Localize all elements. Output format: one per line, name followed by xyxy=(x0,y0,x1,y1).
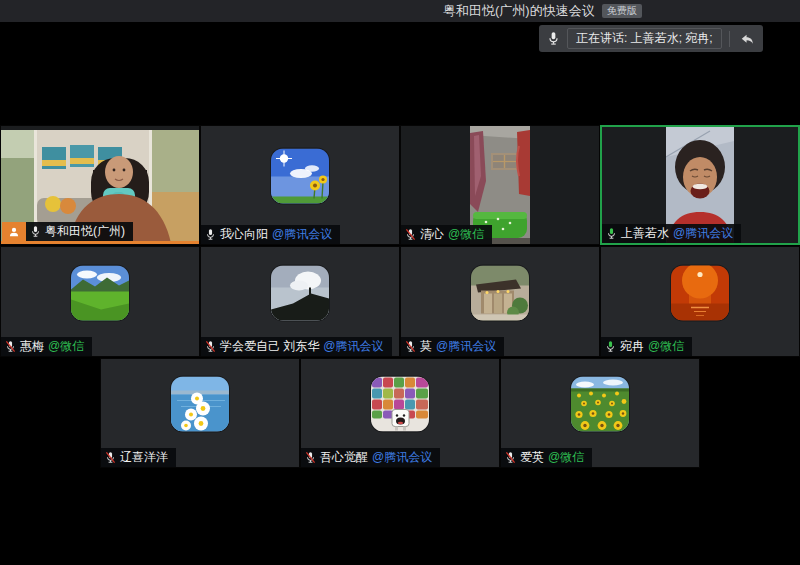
participant-name: 爱英 xyxy=(520,449,544,466)
nameplate: 辽喜洋洋 xyxy=(101,448,176,467)
participant-name: 清心 xyxy=(420,226,444,243)
mic-on-icon xyxy=(205,228,216,241)
microphone-icon xyxy=(547,31,560,46)
mic-active-icon xyxy=(605,340,616,353)
avatar-dusk-hill-cloud xyxy=(271,265,329,320)
speaking-now-text: 正在讲话: 上善若水; 宛冉; xyxy=(567,28,722,49)
mic-muted-icon xyxy=(305,451,316,464)
avatar-daisies-lake xyxy=(171,377,229,432)
collapse-arrow-icon[interactable] xyxy=(737,30,757,48)
nameplate: 我心向阳@腾讯会议 xyxy=(201,225,340,244)
participant-name: 莫 xyxy=(420,338,432,355)
nameplate: 上善若水@腾讯会议 xyxy=(602,224,741,243)
speaking-banner: 正在讲话: 上善若水; 宛冉; xyxy=(539,25,763,52)
avatar-green-meadow xyxy=(71,265,129,320)
participant-name: 宛冉 xyxy=(620,338,644,355)
platform-suffix: @腾讯会议 xyxy=(673,225,733,242)
mic-muted-icon xyxy=(5,340,16,353)
nameplate: 吾心觉醒@腾讯会议 xyxy=(301,448,440,467)
mic-muted-icon xyxy=(205,340,216,353)
meeting-title: 粤和田悦(广州)的快速会议 xyxy=(443,2,595,20)
video-tile-active-speaker[interactable]: 上善若水@腾讯会议 xyxy=(600,125,800,245)
banner-divider xyxy=(729,31,730,47)
video-tile[interactable]: 宛冉@微信 xyxy=(600,246,800,357)
video-tile[interactable]: 我心向阳@腾讯会议 xyxy=(200,125,400,245)
avatar-emoji-collage xyxy=(371,377,429,432)
mic-muted-icon xyxy=(505,451,516,464)
titlebar: 粤和田悦(广州)的快速会议 免费版 xyxy=(0,0,800,22)
avatar-sunflower-field xyxy=(571,377,629,432)
video-tile[interactable]: 吾心觉醒@腾讯会议 xyxy=(300,358,500,468)
mic-muted-icon xyxy=(105,451,116,464)
nameplate: 莫@腾讯会议 xyxy=(401,337,504,356)
video-tile[interactable]: 惠梅@微信 xyxy=(0,246,200,357)
avatar-wooden-house xyxy=(471,265,529,320)
host-badge xyxy=(2,222,26,241)
participant-name: 惠梅 xyxy=(20,338,44,355)
participant-name: 吾心觉醒 xyxy=(320,449,368,466)
nameplate: 爱英@微信 xyxy=(501,448,592,467)
platform-suffix: @腾讯会议 xyxy=(436,338,496,355)
participant-name: 学会爱自己 刘东华 xyxy=(220,338,319,355)
nameplate: 粤和田悦(广州) xyxy=(26,222,133,241)
video-tile[interactable]: 清心@微信 xyxy=(400,125,600,245)
platform-suffix: @微信 xyxy=(548,449,584,466)
platform-suffix: @腾讯会议 xyxy=(272,226,332,243)
participant-name: 辽喜洋洋 xyxy=(120,449,168,466)
mic-active-icon xyxy=(606,227,617,240)
video-tile[interactable]: 莫@腾讯会议 xyxy=(400,246,600,357)
participant-name: 粤和田悦(广州) xyxy=(45,223,125,240)
title-group: 粤和田悦(广州)的快速会议 免费版 xyxy=(443,0,642,22)
platform-suffix: @微信 xyxy=(448,226,484,243)
video-tile[interactable]: 爱英@微信 xyxy=(500,358,700,468)
video-tile-host[interactable]: 粤和田悦(广州) xyxy=(0,125,200,245)
mic-on-icon xyxy=(30,225,41,238)
platform-suffix: @腾讯会议 xyxy=(323,338,383,355)
host-person-icon xyxy=(8,226,20,238)
free-version-badge[interactable]: 免费版 xyxy=(602,4,642,18)
participant-name: 我心向阳 xyxy=(220,226,268,243)
nameplate: 清心@微信 xyxy=(401,225,492,244)
nameplate: 惠梅@微信 xyxy=(1,337,92,356)
platform-suffix: @微信 xyxy=(48,338,84,355)
platform-suffix: @微信 xyxy=(648,338,684,355)
video-tile[interactable]: 辽喜洋洋 xyxy=(100,358,300,468)
nameplate: 学会爱自己 刘东华@腾讯会议 xyxy=(201,337,392,356)
video-tile[interactable]: 学会爱自己 刘东华@腾讯会议 xyxy=(200,246,400,357)
platform-suffix: @腾讯会议 xyxy=(372,449,432,466)
avatar-orange-sunset xyxy=(671,265,729,320)
participant-name: 上善若水 xyxy=(621,225,669,242)
mic-muted-icon xyxy=(405,228,416,241)
nameplate: 宛冉@微信 xyxy=(601,337,692,356)
meeting-window: 粤和田悦(广州)的快速会议 免费版 正在讲话: 上善若水; 宛冉; xyxy=(0,0,800,565)
avatar-sun-sky-sunflower xyxy=(271,148,329,203)
mic-muted-icon xyxy=(405,340,416,353)
